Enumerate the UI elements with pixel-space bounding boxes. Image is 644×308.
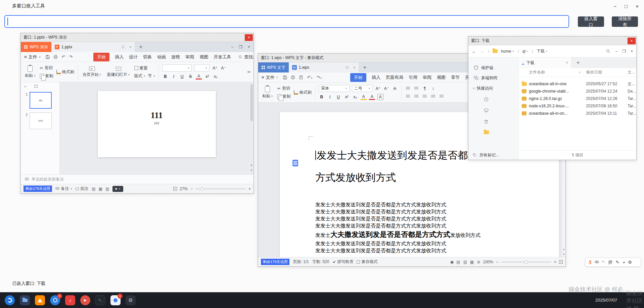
- scroll-down-icon[interactable]: ∨: [563, 253, 565, 256]
- breadcrumb-downloads[interactable]: 下载∨: [537, 48, 548, 54]
- menu-insert[interactable]: 插入: [115, 54, 124, 60]
- file-menu[interactable]: ≡ 文件 ∨: [24, 54, 41, 60]
- fullscreen-icon[interactable]: [559, 260, 563, 264]
- file-manager-icon[interactable]: [20, 295, 30, 305]
- menu-animation[interactable]: 动画: [157, 54, 166, 60]
- next-slide-icon[interactable]: ∨: [250, 168, 253, 172]
- ime-toolbar[interactable]: S 中 °· 拼 ✎ ◑ ⚙: [585, 258, 641, 267]
- menu-home[interactable]: 开始: [93, 53, 109, 61]
- paragraph-mark-icon[interactable]: ¶: [422, 86, 428, 92]
- copy-button[interactable]: 复制: [40, 73, 53, 79]
- window-mode-icon[interactable]: □: [253, 55, 254, 59]
- column-type[interactable]: 文...: [628, 69, 636, 75]
- cut-button[interactable]: ✂剪切: [277, 86, 291, 91]
- files-embedded-window[interactable]: 窗口: 下载 × ← → ⟩ home∨ ⟩ ql∨ ⟩ 下载∨ − ❐ ×: [468, 36, 637, 160]
- print-preview-icon[interactable]: [299, 75, 303, 80]
- ime-mode[interactable]: 拼: [608, 259, 612, 265]
- sidebar-item-vault[interactable]: 保护箱: [468, 63, 518, 73]
- decrease-font-icon[interactable]: A⁻: [220, 65, 226, 71]
- chat-icon[interactable]: 1: [110, 295, 121, 305]
- taskbar-date[interactable]: 2025/07/07: [595, 298, 617, 303]
- outline-view-icon[interactable]: ▦: [470, 260, 474, 264]
- section-button[interactable]: 节∨: [148, 73, 155, 79]
- doc-assistant-icon[interactable]: [292, 160, 298, 166]
- globe-icon[interactable]: ⊕: [477, 260, 480, 264]
- play-from-current-button[interactable]: ▶ 当页开始∨: [81, 63, 103, 81]
- terminal-icon[interactable]: >_: [95, 295, 105, 305]
- increase-font-icon[interactable]: A⁺: [212, 65, 218, 71]
- menu-review[interactable]: 审阅: [423, 74, 431, 81]
- slide-view-icon[interactable]: [34, 84, 38, 88]
- sidebar-item-multidevice[interactable]: 多端协同: [468, 73, 518, 83]
- media-player-icon[interactable]: ▶: [80, 295, 90, 305]
- zoom-out-icon[interactable]: −: [190, 187, 193, 191]
- character-border-button[interactable]: A: [377, 94, 383, 100]
- zoom-out-icon[interactable]: −: [496, 260, 498, 264]
- comments-toggle[interactable]: 批注: [76, 186, 88, 192]
- close-tab-icon[interactable]: ×: [566, 60, 568, 65]
- zoom-in-icon[interactable]: +: [554, 260, 556, 264]
- gear-icon[interactable]: ⚙: [628, 260, 632, 265]
- font-name-combobox[interactable]: 宋体∨: [319, 85, 350, 92]
- font-size-combobox[interactable]: ∨: [194, 64, 210, 71]
- font-color-button[interactable]: A: [196, 73, 202, 80]
- menu-references[interactable]: 引用: [409, 74, 417, 81]
- sidebar-item-recent[interactable]: [468, 94, 518, 105]
- mixed-line[interactable]: 发发士大夫撒发送到发是否是否都是方式方式发放收到方式: [315, 229, 542, 240]
- slide-title[interactable]: 111: [150, 110, 163, 120]
- spell-check-toggle[interactable]: ✔拼写检查: [332, 259, 353, 265]
- body-line[interactable]: 发发士大夫撒发送到发是否是否都是方式方式发放收到方式: [315, 215, 542, 222]
- wps-writer-brand[interactable]: WPS 文字: [258, 62, 289, 72]
- zoom-slider-handle[interactable]: [200, 187, 203, 191]
- save-icon[interactable]: [283, 75, 287, 80]
- restore-icon[interactable]: ❐: [622, 49, 626, 54]
- slide-canvas[interactable]: 111 222 ∧ ∨: [60, 82, 254, 174]
- new-tab-button[interactable]: +: [139, 44, 142, 50]
- clear-all-button[interactable]: 清除所有: [612, 16, 638, 27]
- slide-thumbnail-2[interactable]: 2 22222: [21, 111, 59, 131]
- restore-icon[interactable]: ❐: [239, 45, 242, 49]
- ppt-window-titlebar[interactable]: 窗口: 1.pptx - WPS 演示 ×: [21, 33, 254, 42]
- menu-slideshow[interactable]: 放映: [171, 54, 180, 60]
- collapse-panel-icon[interactable]: »: [24, 84, 26, 88]
- layout-button[interactable]: 版式∨: [134, 73, 146, 79]
- notes-bar[interactable]: 单击此处添加备注: [21, 174, 254, 184]
- line-spacing-icon[interactable]: ↕: [430, 86, 436, 92]
- menu-section[interactable]: 章节: [451, 74, 460, 81]
- close-icon[interactable]: ×: [248, 45, 250, 49]
- zoom-slider-handle[interactable]: [524, 260, 528, 264]
- page-view-icon[interactable]: ▤: [456, 260, 460, 264]
- notes-toggle[interactable]: 备注∨: [55, 186, 72, 192]
- close-icon[interactable]: ×: [636, 3, 639, 9]
- sidebar-item-trash[interactable]: [468, 116, 518, 127]
- font-size-combobox[interactable]: 二号∨: [352, 85, 373, 92]
- heading-line[interactable]: 方式发放收到方式: [315, 166, 542, 189]
- ime-language-toggle[interactable]: 中: [595, 259, 599, 265]
- reading-view-icon[interactable]: ▥: [105, 187, 109, 191]
- subscript-button[interactable]: x₂: [213, 73, 219, 80]
- previous-slide-icon[interactable]: ∧: [250, 163, 253, 167]
- paste-button[interactable]: 粘贴∨: [261, 84, 274, 101]
- copy-button[interactable]: 复制: [277, 94, 291, 99]
- compat-mode-indicator[interactable]: 兼容模式: [357, 259, 377, 265]
- trial-badge[interactable]: 剩余179天试用: [24, 186, 52, 192]
- settings-gear-icon[interactable]: ⚙: [126, 295, 136, 305]
- app-store-icon[interactable]: [35, 295, 45, 305]
- music-icon[interactable]: ♪: [65, 295, 75, 305]
- menu-home[interactable]: 开始: [350, 73, 366, 82]
- increase-indent-icon[interactable]: [413, 86, 419, 92]
- circle-icon[interactable]: ◑: [622, 260, 625, 265]
- menu-review[interactable]: 审阅: [185, 54, 194, 60]
- new-tab-button[interactable]: +: [363, 64, 366, 70]
- redo-icon[interactable]: ↷∨: [316, 75, 322, 80]
- slide-thumbnail-1[interactable]: 1 111: [21, 90, 59, 111]
- search-icon[interactable]: [606, 49, 610, 53]
- embed-input[interactable]: [4, 15, 569, 28]
- close-icon[interactable]: ×: [631, 49, 633, 54]
- decrease-font-icon[interactable]: A⁻: [383, 86, 389, 92]
- zoom-value[interactable]: 27%: [180, 187, 188, 191]
- underline-button[interactable]: U: [179, 73, 185, 80]
- menu-view[interactable]: 视图: [199, 54, 208, 60]
- scroll-up-icon[interactable]: ∧: [563, 248, 565, 251]
- web-view-icon[interactable]: ▥: [463, 260, 467, 264]
